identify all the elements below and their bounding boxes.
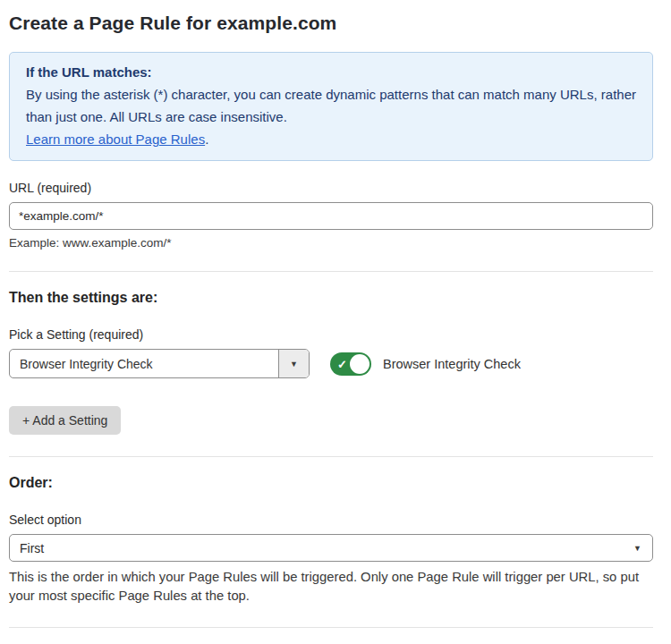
chevron-down-icon: ▼ [633, 544, 641, 553]
pick-setting-label: Pick a Setting (required) [9, 327, 653, 342]
footer-divider [9, 627, 653, 628]
order-select[interactable]: First ▼ [9, 534, 653, 562]
url-input[interactable] [9, 202, 653, 230]
url-field-label: URL (required) [9, 181, 653, 195]
setting-dropdown-value: Browser Integrity Check [10, 350, 278, 377]
url-match-info-box: If the URL matches: By using the asteris… [9, 52, 653, 161]
page-title: Create a Page Rule for example.com [9, 13, 653, 34]
order-select-label: Select option [9, 513, 653, 527]
order-select-value: First [20, 541, 44, 555]
add-setting-button[interactable]: + Add a Setting [9, 406, 121, 435]
link-suffix: . [205, 131, 208, 147]
info-box-heading: If the URL matches: [26, 61, 636, 83]
order-helper-text: This is the order in which your Page Rul… [9, 568, 653, 606]
info-box-body: By using the asterisk (*) character, you… [26, 83, 636, 128]
info-box-link-line: Learn more about Page Rules. [26, 128, 636, 150]
setting-dropdown-arrow-button[interactable]: ▼ [278, 350, 309, 377]
setting-dropdown[interactable]: Browser Integrity Check ▼ [9, 349, 310, 378]
url-example-helper: Example: www.example.com/* [9, 236, 653, 250]
chevron-down-icon: ▼ [290, 360, 298, 369]
learn-more-link[interactable]: Learn more about Page Rules [26, 131, 205, 147]
check-icon: ✓ [337, 357, 347, 370]
section-divider [9, 456, 653, 457]
section-divider [9, 271, 653, 272]
toggle-knob [350, 354, 369, 374]
settings-section-heading: Then the settings are: [9, 290, 653, 306]
order-section-heading: Order: [9, 475, 653, 491]
browser-integrity-toggle[interactable]: ✓ [330, 352, 371, 376]
setting-row: Browser Integrity Check ▼ ✓ Browser Inte… [9, 349, 653, 378]
page-rule-form: Create a Page Rule for example.com If th… [0, 0, 671, 644]
toggle-label: Browser Integrity Check [383, 357, 521, 371]
